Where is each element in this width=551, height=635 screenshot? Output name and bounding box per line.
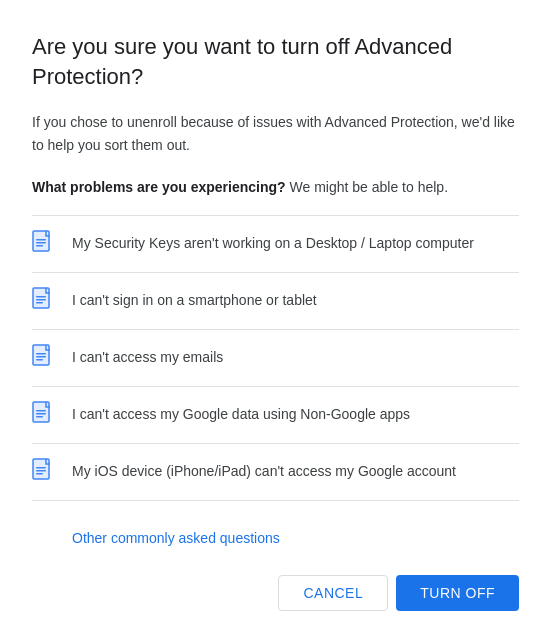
svg-rect-23	[36, 470, 46, 472]
svg-rect-3	[36, 242, 46, 244]
svg-rect-24	[36, 473, 43, 475]
svg-rect-22	[36, 467, 46, 469]
list-item-3-text: I can't access my emails	[72, 348, 223, 368]
list-item-2-text: I can't sign in on a smartphone or table…	[72, 291, 317, 311]
list-item-2[interactable]: I can't sign in on a smartphone or table…	[32, 273, 519, 330]
svg-rect-2	[36, 239, 46, 241]
dialog-title: Are you sure you want to turn off Advanc…	[32, 32, 519, 91]
svg-rect-14	[36, 359, 43, 361]
svg-rect-9	[36, 302, 43, 304]
dialog-subtitle: If you chose to unenroll because of issu…	[32, 111, 519, 156]
doc-icon-1	[32, 230, 56, 258]
button-row: CANCEL TURN OFF	[32, 559, 519, 611]
dialog-container: Are you sure you want to turn off Advanc…	[0, 0, 551, 635]
svg-rect-13	[36, 356, 46, 358]
svg-rect-7	[36, 296, 46, 298]
list-item-4[interactable]: I can't access my Google data using Non-…	[32, 387, 519, 444]
problems-label-rest: We might be able to help.	[286, 179, 448, 195]
other-questions-link[interactable]: Other commonly asked questions	[32, 514, 519, 554]
svg-rect-19	[36, 416, 43, 418]
list-item-5[interactable]: My iOS device (iPhone/iPad) can't access…	[32, 444, 519, 501]
svg-rect-4	[36, 245, 43, 247]
list-item-5-text: My iOS device (iPhone/iPad) can't access…	[72, 462, 456, 482]
doc-icon-2	[32, 287, 56, 315]
list-item-3[interactable]: I can't access my emails	[32, 330, 519, 387]
doc-icon-5	[32, 458, 56, 486]
problems-label: What problems are you experiencing? We m…	[32, 176, 519, 198]
problems-label-bold: What problems are you experiencing?	[32, 179, 286, 195]
list-item-1[interactable]: My Security Keys aren't working on a Des…	[32, 215, 519, 273]
svg-rect-17	[36, 410, 46, 412]
svg-rect-12	[36, 353, 46, 355]
turnoff-button[interactable]: TURN OFF	[396, 575, 519, 611]
doc-icon-4	[32, 401, 56, 429]
list-item-4-text: I can't access my Google data using Non-…	[72, 405, 410, 425]
list-items-container: My Security Keys aren't working on a Des…	[32, 215, 519, 506]
doc-icon-3	[32, 344, 56, 372]
svg-rect-18	[36, 413, 46, 415]
list-item-1-text: My Security Keys aren't working on a Des…	[72, 234, 474, 254]
cancel-button[interactable]: CANCEL	[278, 575, 388, 611]
svg-rect-8	[36, 299, 46, 301]
